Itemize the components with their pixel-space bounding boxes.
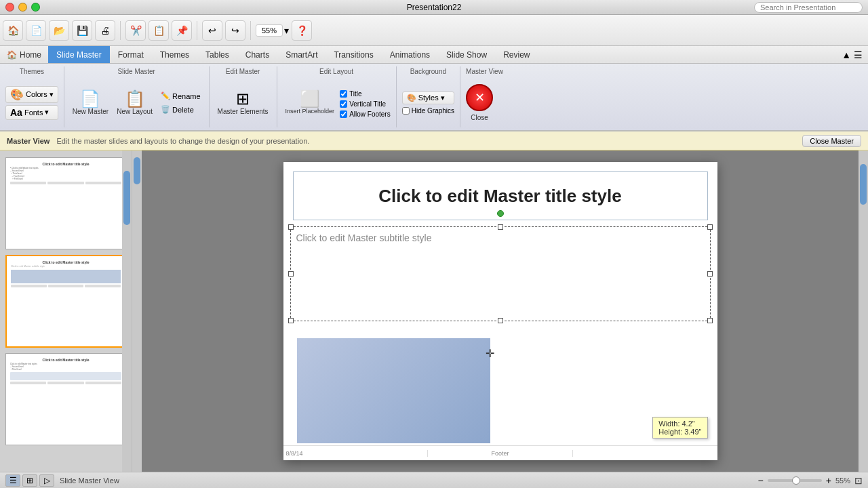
fonts-button[interactable]: Aa Fonts ▾	[5, 105, 58, 120]
master-view-group: Master View ✕ Close	[460, 66, 509, 127]
menubar: 🏠 Home Slide Master Format Themes Tables…	[0, 46, 868, 64]
master-elements-button[interactable]: ⊞ Master Elements	[215, 89, 271, 117]
view-buttons: ☰ ⊞ ▷	[5, 474, 54, 487]
insert-placeholder-button[interactable]: ⬜ Insert Placeholder	[283, 89, 338, 116]
handle-tr[interactable]	[707, 224, 713, 230]
slideshow-view-button[interactable]: ▷	[39, 474, 54, 487]
menu-themes[interactable]: Themes	[152, 46, 197, 63]
help-btn[interactable]: ❓	[292, 20, 312, 41]
background-group-content: 🎨 Styles ▾ Hide Graphics	[402, 75, 454, 127]
new-master-button[interactable]: 📄 New Master	[70, 89, 111, 117]
slide-thumb-3[interactable]: Click to edit Master title style Click t…	[5, 353, 126, 445]
slide-panel[interactable]: Click to edit Master title style • Click…	[0, 150, 132, 472]
new-layout-icon: 📋	[125, 91, 145, 107]
thumb3-bottom	[10, 382, 121, 384]
master-view-group-content: ✕ Close	[466, 75, 493, 127]
handle-tl[interactable]	[288, 224, 294, 230]
panel-scrollbar[interactable]	[122, 150, 132, 472]
master-view-group-label: Master View	[466, 68, 503, 75]
allow-footers-check-label[interactable]: Allow Footers	[340, 110, 391, 118]
styles-button[interactable]: 🎨 Styles ▾	[402, 92, 454, 104]
slide-title-area[interactable]: Click to edit Master title style	[293, 171, 708, 220]
tooltip-height: Height: 3.49"	[658, 428, 701, 436]
hide-graphics-label[interactable]: Hide Graphics	[402, 107, 454, 115]
zoom-dropdown-btn[interactable]: ▾	[284, 25, 289, 36]
close-label: Close	[471, 114, 488, 121]
save-btn[interactable]: 💾	[72, 20, 92, 41]
menu-transitions[interactable]: Transitions	[326, 46, 381, 63]
footer-text: Footer	[428, 450, 573, 457]
master-info-bar: Master View Edit the master slides and l…	[0, 131, 868, 150]
menu-smartart[interactable]: SmartArt	[277, 46, 326, 63]
new-btn[interactable]: 📄	[26, 20, 46, 41]
thumb1-bottom	[10, 182, 121, 184]
background-group: Background 🎨 Styles ▾ Hide Graphics	[397, 66, 460, 127]
menu-slide-master[interactable]: Slide Master	[48, 46, 110, 63]
close-master-ribbon-button[interactable]: ✕	[466, 84, 493, 111]
handle-mr[interactable]	[707, 271, 713, 277]
menu-slide-show[interactable]: Slide Show	[438, 46, 495, 63]
home-toolbar-button[interactable]: 🏠	[3, 20, 23, 41]
ribbon-settings-btn[interactable]: ☰	[854, 49, 863, 60]
title-check-label[interactable]: Title	[340, 90, 391, 98]
vertical-title-checkbox[interactable]	[340, 100, 347, 108]
grid-view-button[interactable]: ⊞	[22, 474, 37, 487]
main-area: Click to edit Master title style • Click…	[0, 150, 868, 472]
menu-review[interactable]: Review	[495, 46, 538, 63]
new-layout-button[interactable]: 📋 New Layout	[114, 89, 155, 117]
colors-button[interactable]: 🎨 Colors ▾	[5, 86, 58, 103]
panel-scrollbar-thumb[interactable]	[123, 171, 130, 225]
handle-tm[interactable]	[498, 224, 503, 230]
handle-br[interactable]	[707, 318, 713, 323]
zoom-slider-thumb[interactable]	[792, 476, 800, 485]
titlebar: Presentation22	[0, 0, 868, 15]
zoom-out-button[interactable]: −	[758, 475, 764, 486]
menu-charts[interactable]: Charts	[237, 46, 277, 63]
search-input[interactable]	[754, 2, 863, 13]
handle-bl[interactable]	[288, 318, 294, 323]
zoom-fit-button[interactable]: ⊡	[854, 475, 863, 486]
undo-btn[interactable]: ↩	[202, 20, 222, 41]
slide-thumb-2[interactable]: Click to edit Master title style Click t…	[5, 255, 126, 348]
zoom-select[interactable]: 55%	[256, 24, 283, 37]
allow-footers-checkbox[interactable]	[340, 110, 347, 118]
title-checkbox[interactable]	[340, 90, 347, 98]
ribbon-collapse-btn[interactable]: ▲	[842, 49, 851, 60]
rename-button[interactable]: ✏️ Rename	[158, 90, 203, 102]
print-btn[interactable]: 🖨	[95, 20, 115, 41]
maximize-window-button[interactable]	[31, 3, 40, 12]
hide-graphics-checkbox[interactable]	[402, 107, 410, 115]
thumb1-body: • Click to edit Master text styles – Sec…	[9, 166, 123, 181]
left-scrollbar[interactable]	[132, 150, 142, 472]
redo-btn[interactable]: ↪	[225, 20, 245, 41]
menu-tables[interactable]: Tables	[197, 46, 237, 63]
slide-thumb-1[interactable]: Click to edit Master title style • Click…	[5, 157, 126, 249]
zoom-in-button[interactable]: +	[826, 475, 831, 486]
normal-view-button[interactable]: ☰	[5, 474, 20, 487]
cut-btn[interactable]: ✂️	[125, 20, 146, 41]
minimize-window-button[interactable]	[18, 3, 27, 12]
open-btn[interactable]: 📂	[49, 20, 69, 41]
handle-bm[interactable]	[498, 318, 503, 323]
blue-shape-rect[interactable]	[297, 338, 490, 443]
paste-btn[interactable]: 📌	[172, 20, 192, 41]
menu-animations[interactable]: Animations	[382, 46, 438, 63]
master-elements-icon: ⊞	[236, 91, 250, 107]
search-area[interactable]	[754, 2, 863, 13]
close-master-button[interactable]: Close Master	[802, 135, 861, 147]
delete-button[interactable]: 🗑️ Delete	[158, 104, 203, 115]
copy-btn[interactable]: 📋	[149, 20, 169, 41]
left-scrollbar-thumb[interactable]	[134, 157, 140, 184]
handle-ml[interactable]	[288, 271, 294, 277]
right-scrollbar[interactable]	[859, 150, 868, 472]
close-window-button[interactable]	[5, 3, 14, 12]
zoom-slider[interactable]	[768, 479, 822, 482]
slide-canvas[interactable]: Click to edit Master title style	[283, 162, 717, 460]
right-scrollbar-thumb[interactable]	[860, 164, 867, 205]
window-controls[interactable]	[5, 3, 40, 12]
menu-format[interactable]: Format	[110, 46, 152, 63]
close-group: ✕ Close	[466, 84, 493, 121]
vertical-title-check-label[interactable]: Vertical Title	[340, 100, 391, 108]
thumb2-bottom-box2	[48, 285, 84, 287]
menu-home[interactable]: 🏠 Home	[0, 46, 48, 63]
